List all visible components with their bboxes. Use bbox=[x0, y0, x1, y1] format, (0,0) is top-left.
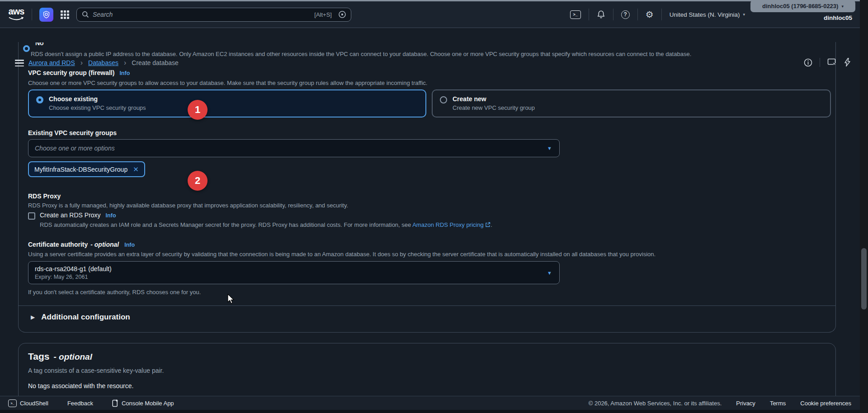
rds-proxy-checkbox[interactable] bbox=[28, 212, 35, 220]
footer-copyright: © 2026, Amazon Web Services, Inc. or its… bbox=[589, 400, 722, 407]
public-access-hint: RDS doesn't assign a public IP address t… bbox=[31, 51, 691, 57]
cloudshell-terminal-icon: >_ bbox=[8, 399, 17, 407]
breadcrumb-bar: Aurora and RDS › Databases › Create data… bbox=[0, 28, 868, 42]
breadcrumb-link-databases[interactable]: Databases bbox=[88, 59, 118, 66]
account-name[interactable]: dinhloc05 bbox=[824, 14, 852, 21]
region-selector[interactable]: United States (N. Virginia) ▾ bbox=[670, 11, 745, 18]
security-group-token: MyfitInfraStack-DBSecurityGroup ✕ bbox=[28, 161, 145, 177]
create-new-tile[interactable]: Create new Create new VPC security group bbox=[432, 89, 831, 117]
region-label: United States (N. Virginia) bbox=[670, 11, 740, 18]
create-new-label: Create new bbox=[453, 95, 535, 103]
public-access-no-label: No bbox=[35, 42, 51, 48]
cert-authority-hint: If you don't select a certificate author… bbox=[28, 289, 201, 296]
cert-authority-optional: - optional bbox=[90, 241, 119, 248]
page-info-icon[interactable] bbox=[804, 58, 812, 67]
footer-feedback-button[interactable]: Feedback bbox=[67, 400, 93, 407]
breadcrumb-link-aurora-rds[interactable]: Aurora and RDS bbox=[28, 59, 75, 66]
search-input[interactable]: Search [Alt+S] bbox=[76, 8, 351, 22]
breadcrumb-separator-icon: › bbox=[80, 60, 83, 66]
cert-selected-option: rds-ca-rsa2048-g1 (default) bbox=[35, 265, 553, 272]
help-icon[interactable]: ? bbox=[621, 10, 630, 19]
page-scrollbar-thumb[interactable] bbox=[861, 248, 867, 310]
tags-title: Tags - optional bbox=[28, 351, 92, 362]
rds-service-icon[interactable] bbox=[39, 8, 53, 22]
rds-proxy-title: RDS Proxy bbox=[28, 192, 61, 200]
chevron-down-icon: ▾ bbox=[743, 12, 745, 17]
expand-triangle-icon: ▶ bbox=[31, 314, 35, 320]
tags-title-optional: - optional bbox=[53, 352, 92, 362]
gear-glyph: ⚙ bbox=[646, 9, 654, 20]
quick-actions-lightning-icon[interactable] bbox=[844, 58, 851, 67]
vpc-sg-title: VPC security group (firewall) bbox=[28, 69, 114, 76]
help-glyph: ? bbox=[624, 11, 627, 18]
existing-sg-placeholder: Choose one or more options bbox=[35, 145, 115, 152]
footer-privacy-link[interactable]: Privacy bbox=[736, 400, 755, 407]
choose-existing-description: Choose existing VPC security groups bbox=[49, 104, 146, 112]
cert-authority-info-link[interactable]: Info bbox=[124, 242, 135, 248]
aws-logo[interactable]: aws bbox=[8, 8, 24, 21]
toolbar-divider bbox=[820, 58, 820, 67]
public-access-no-radio[interactable] bbox=[23, 45, 30, 52]
chevron-down-icon: ▾ bbox=[841, 4, 844, 9]
mouse-cursor bbox=[227, 294, 235, 304]
choose-existing-radio[interactable] bbox=[36, 96, 43, 103]
choose-existing-label: Choose existing bbox=[49, 95, 146, 103]
footer-mobile-app-button[interactable]: Console Mobile App bbox=[112, 399, 174, 407]
apps-grid-icon[interactable] bbox=[61, 10, 69, 19]
token-dismiss-icon[interactable]: ✕ bbox=[133, 166, 139, 173]
rds-proxy-info-link[interactable]: Info bbox=[106, 212, 116, 219]
window-bottom-strip bbox=[0, 410, 868, 413]
aws-logo-text: aws bbox=[9, 6, 24, 16]
aws-smile-icon bbox=[8, 17, 24, 21]
search-placeholder: Search bbox=[93, 11, 113, 18]
search-shortcut-hint: [Alt+S] bbox=[314, 11, 332, 18]
cert-authority-title: Certificate authority bbox=[28, 241, 88, 248]
account-menu-chip[interactable]: dinhloc05 (1796-8685-0223) ▾ bbox=[750, 0, 855, 12]
existing-sg-multiselect[interactable]: Choose one or more options ▼ bbox=[28, 139, 560, 157]
rds-proxy-description: RDS Proxy is a fully managed, highly ava… bbox=[28, 202, 348, 209]
search-icon bbox=[82, 11, 89, 18]
footer-terms-link[interactable]: Terms bbox=[770, 400, 786, 407]
footer-cloudshell-button[interactable]: >_ CloudShell bbox=[8, 399, 48, 407]
side-menu-icon[interactable] bbox=[15, 60, 24, 66]
create-new-description: Create new VPC security group bbox=[453, 104, 535, 112]
dropdown-caret-icon: ▼ bbox=[547, 145, 552, 151]
account-chip-label: dinhloc05 (1796-8685-0223) bbox=[762, 3, 838, 9]
multi-session-icon[interactable] bbox=[827, 58, 837, 67]
aws-console-page: aws Search bbox=[0, 0, 868, 413]
cloudshell-label: CloudShell bbox=[20, 400, 48, 407]
rds-proxy-pricing-link[interactable]: Amazon RDS Proxy pricing bbox=[412, 221, 484, 228]
vpc-sg-description: Choose one or more VPC security groups t… bbox=[28, 80, 428, 86]
create-new-radio[interactable] bbox=[440, 96, 447, 103]
rds-proxy-hint: RDS automatically creates an IAM role an… bbox=[40, 221, 492, 228]
console-footer: >_ CloudShell Feedback Console Mobile Ap… bbox=[0, 396, 868, 410]
additional-configuration-toggle[interactable]: ▶ Additional configuration bbox=[31, 313, 130, 322]
breadcrumb-separator-icon: › bbox=[124, 60, 126, 66]
header-divider bbox=[32, 9, 32, 20]
dropdown-caret-icon: ▼ bbox=[547, 270, 552, 276]
vpc-sg-info-link[interactable]: Info bbox=[119, 70, 130, 76]
search-assistant-icon[interactable] bbox=[338, 10, 346, 19]
settings-gear-icon[interactable]: ⚙ bbox=[646, 9, 654, 20]
existing-sg-label: Existing VPC security groups bbox=[28, 129, 117, 136]
cert-authority-select[interactable]: rds-ca-rsa2048-g1 (default) Expiry: May … bbox=[28, 261, 560, 284]
choose-existing-tile[interactable]: Choose existing Choose existing VPC secu… bbox=[28, 89, 426, 117]
mobile-app-icon bbox=[112, 399, 118, 407]
cert-authority-description: Using a server certificate provides an e… bbox=[28, 251, 656, 258]
page-scrollbar-track[interactable] bbox=[860, 0, 868, 413]
terminal-glyph: >_ bbox=[573, 12, 578, 17]
tags-description: A tag consists of a case-sensitive key-v… bbox=[28, 367, 164, 374]
notifications-bell-icon[interactable] bbox=[597, 10, 605, 19]
breadcrumb-current: Create database bbox=[132, 59, 179, 66]
annotation-badge-1: 1 bbox=[188, 100, 208, 120]
cert-selected-expiry: Expiry: May 26, 2061 bbox=[35, 274, 553, 280]
header-divider bbox=[661, 9, 662, 20]
mobile-app-label: Console Mobile App bbox=[122, 400, 174, 407]
rds-proxy-checkbox-label: Create an RDS Proxy bbox=[40, 211, 101, 219]
console-header: aws Search bbox=[0, 1, 868, 28]
header-divider bbox=[613, 9, 613, 20]
footer-cookie-link[interactable]: Cookie preferences bbox=[800, 400, 851, 407]
security-group-token-label: MyfitInfraStack-DBSecurityGroup bbox=[34, 166, 127, 173]
cloudshell-icon[interactable]: >_ bbox=[570, 10, 581, 19]
tags-empty-message: No tags associated with the resource. bbox=[28, 382, 133, 390]
